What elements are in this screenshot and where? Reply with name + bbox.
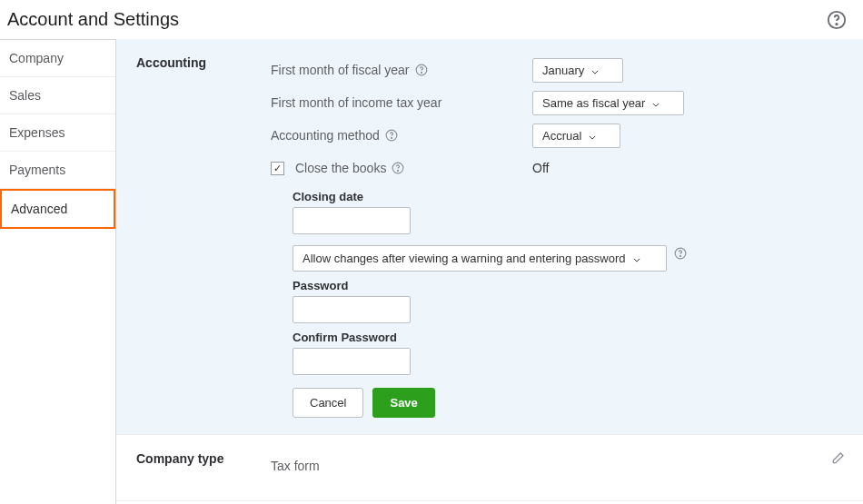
help-icon[interactable] — [415, 64, 428, 76]
sidebar-item-company[interactable]: Company — [0, 40, 115, 77]
sidebar-item-advanced[interactable]: Advanced — [0, 189, 115, 229]
section-title-company-type: Company type — [136, 451, 271, 484]
cancel-button[interactable]: Cancel — [293, 388, 363, 418]
close-books-value: Off — [532, 161, 714, 175]
help-icon[interactable] — [392, 162, 404, 174]
section-title-accounting: Accounting — [136, 55, 271, 418]
warning-select[interactable]: Allow changes after viewing a warning an… — [293, 245, 667, 272]
confirm-password-label: Confirm Password — [293, 331, 843, 344]
section-company-type: Company type Tax form — [116, 435, 863, 501]
sidebar-item-payments[interactable]: Payments — [0, 152, 115, 189]
closing-date-input[interactable] — [293, 207, 411, 234]
chevron-down-icon — [633, 252, 640, 265]
sidebar-item-sales[interactable]: Sales — [0, 77, 115, 114]
pencil-icon[interactable] — [830, 451, 845, 466]
confirm-password-input[interactable] — [293, 348, 411, 375]
warning-select-value: Allow changes after viewing a warning an… — [303, 252, 626, 265]
closing-date-label: Closing date — [293, 190, 843, 203]
method-value: Accrual — [542, 129, 581, 143]
page-title: Account and Settings — [7, 9, 179, 30]
svg-point-3 — [421, 72, 422, 73]
help-icon[interactable] — [674, 247, 687, 260]
close-books-checkbox[interactable] — [271, 162, 284, 175]
svg-point-9 — [679, 255, 680, 256]
fiscal-year-label: First month of fiscal year — [271, 63, 410, 77]
chevron-down-icon — [589, 129, 596, 143]
help-icon[interactable] — [385, 129, 398, 142]
fiscal-year-value: January — [542, 64, 584, 77]
tax-year-select[interactable]: Same as fiscal year — [532, 91, 684, 115]
svg-point-7 — [398, 170, 399, 171]
method-label: Accounting method — [271, 128, 380, 143]
tax-year-label: First month of income tax year — [271, 95, 441, 110]
main-content: Accounting First month of fiscal year Ja… — [116, 39, 863, 504]
chevron-down-icon — [591, 64, 599, 77]
method-select[interactable]: Accrual — [532, 124, 620, 148]
password-label: Password — [293, 279, 843, 292]
sidebar: Company Sales Expenses Payments Advanced — [0, 39, 116, 504]
tax-form-label: Tax form — [271, 459, 320, 473]
tax-year-value: Same as fiscal year — [542, 96, 645, 110]
chevron-down-icon — [652, 96, 660, 110]
fiscal-year-select[interactable]: January — [532, 58, 623, 83]
svg-point-5 — [391, 137, 392, 138]
section-accounting: Accounting First month of fiscal year Ja… — [116, 39, 863, 435]
help-icon[interactable] — [827, 10, 847, 30]
save-button[interactable]: Save — [372, 388, 434, 418]
password-input[interactable] — [293, 296, 411, 323]
sidebar-item-expenses[interactable]: Expenses — [0, 114, 115, 152]
close-books-label: Close the books — [295, 161, 386, 175]
svg-point-1 — [836, 23, 837, 24]
